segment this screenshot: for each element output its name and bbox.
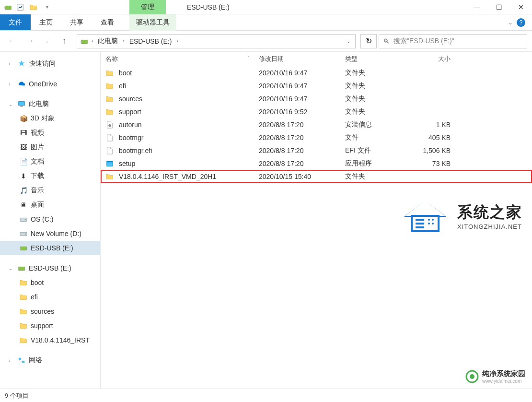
- search-icon: 🔍︎: [383, 37, 390, 45]
- file-date: 2020/8/8 17:20: [259, 121, 345, 129]
- file-date: 2020/10/16 9:47: [259, 82, 345, 90]
- file-name: bootmgr: [119, 134, 143, 142]
- file-row[interactable]: autorun 2020/8/8 17:20 安装信息 1 KB: [101, 118, 532, 131]
- file-type: 文件夹: [345, 69, 417, 77]
- tree-label: ESD-USB (E:): [29, 264, 71, 272]
- tree-this-pc[interactable]: ⌄此电脑: [0, 97, 100, 111]
- watermark-xitongzhijia: 系统之家 XITONGZHIJIA.NET: [399, 197, 522, 235]
- folder-icon: [105, 95, 114, 103]
- file-name: sources: [119, 95, 142, 103]
- file-name: V18.0.4.1146_IRST_VMD_20H1: [119, 173, 216, 180]
- folder-icon: [105, 69, 114, 77]
- ribbon-tab-file[interactable]: 文件: [0, 14, 31, 30]
- chevron-right-icon[interactable]: ›: [91, 38, 94, 44]
- tree-music[interactable]: 🎵音乐: [0, 183, 100, 198]
- file-row[interactable]: V18.0.4.1146_IRST_VMD_20H1 2020/10/15 15…: [101, 170, 532, 183]
- refresh-button[interactable]: ↻: [360, 34, 377, 48]
- tree-label: support: [31, 322, 53, 330]
- nav-forward-button[interactable]: →: [22, 35, 37, 48]
- tree-folder-sources[interactable]: sources: [0, 304, 100, 319]
- tree-folder-irst[interactable]: V18.0.4.1146_IRST: [0, 333, 100, 347]
- watermark-url: www.yidaimei.com: [482, 378, 525, 384]
- tree-folder-support[interactable]: support: [0, 319, 100, 333]
- address-bar[interactable]: › 此电脑 › ESD-USB (E:) › ⌄: [77, 34, 356, 48]
- navigation-tree[interactable]: ›快速访问 ›OneDrive ⌄此电脑 📦3D 对象 🎞视频 🖼图片 📄文档 …: [0, 52, 101, 389]
- file-date: 2020/10/16 9:47: [259, 69, 345, 77]
- ribbon-tab-home[interactable]: 主页: [31, 14, 61, 30]
- column-header-name[interactable]: 名称ˆ: [101, 55, 259, 63]
- contextual-tab-manage[interactable]: 管理: [129, 0, 166, 14]
- tree-desktop[interactable]: 🖥桌面: [0, 198, 100, 212]
- file-row[interactable]: sources 2020/10/16 9:47 文件夹: [101, 92, 532, 105]
- chevron-right-icon[interactable]: ›: [122, 38, 125, 44]
- file-type: EFI 文件: [345, 146, 417, 155]
- tree-drive-e-root[interactable]: ⌄ESD-USB (E:): [0, 261, 100, 275]
- nav-back-button[interactable]: ←: [5, 35, 20, 48]
- file-size: 1 KB: [417, 121, 460, 129]
- ribbon-expand-icon[interactable]: ⌄: [508, 19, 513, 26]
- document-icon: 📄: [19, 157, 28, 166]
- chevron-right-icon[interactable]: ›: [175, 38, 179, 44]
- file-row[interactable]: bootmgr 2020/8/8 17:20 文件 405 KB: [101, 131, 532, 144]
- tree-network[interactable]: ›网络: [0, 353, 100, 367]
- tree-videos[interactable]: 🎞视频: [0, 126, 100, 140]
- column-header-date[interactable]: 修改日期: [259, 55, 345, 63]
- file-row[interactable]: support 2020/10/16 9:52 文件夹: [101, 105, 532, 118]
- status-bar: 9 个项目: [0, 389, 532, 402]
- column-header-type[interactable]: 类型: [345, 55, 417, 63]
- tree-drive-e[interactable]: ESD-USB (E:): [0, 241, 100, 255]
- column-header-size[interactable]: 大小: [417, 55, 460, 63]
- ribbon-tab-view[interactable]: 查看: [92, 14, 123, 30]
- titlebar: ▾ 管理 ESD-USB (E:) — ☐ ✕: [0, 0, 532, 14]
- tree-documents[interactable]: 📄文档: [0, 154, 100, 169]
- tree-pictures[interactable]: 🖼图片: [0, 140, 100, 154]
- navigation-bar: ← → ⌄ ↑ › 此电脑 › ESD-USB (E:) › ⌄ ↻ 🔍︎ 搜索…: [0, 31, 532, 52]
- file-size: 1,506 KB: [417, 147, 460, 154]
- svg-rect-14: [416, 219, 424, 221]
- music-icon: 🎵: [19, 186, 28, 195]
- file-row[interactable]: efi 2020/10/16 9:47 文件夹: [101, 79, 532, 92]
- tree-label: 网络: [29, 356, 42, 365]
- minimize-button[interactable]: —: [466, 0, 488, 14]
- tree-3d-objects[interactable]: 📦3D 对象: [0, 111, 100, 126]
- tree-label: boot: [31, 279, 44, 286]
- ribbon-tab-share[interactable]: 共享: [61, 14, 92, 30]
- maximize-button[interactable]: ☐: [488, 0, 510, 14]
- qat-properties-icon[interactable]: [14, 1, 26, 13]
- file-row[interactable]: bootmgr.efi 2020/8/8 17:20 EFI 文件 1,506 …: [101, 144, 532, 157]
- file-name: efi: [119, 82, 126, 90]
- nav-recent-dropdown[interactable]: ⌄: [39, 35, 55, 48]
- tree-folder-efi[interactable]: efi: [0, 290, 100, 304]
- svg-rect-16: [416, 226, 424, 228]
- ribbon-tab-drive-tools[interactable]: 驱动器工具: [129, 14, 176, 31]
- file-size: 73 KB: [417, 160, 460, 167]
- tree-label: OneDrive: [29, 80, 57, 88]
- close-button[interactable]: ✕: [510, 0, 532, 14]
- tree-drive-d[interactable]: New Volume (D:): [0, 226, 100, 241]
- tree-drive-c[interactable]: OS (C:): [0, 212, 100, 226]
- address-dropdown-icon[interactable]: ⌄: [347, 38, 350, 44]
- house-logo-icon: [399, 197, 451, 235]
- tree-label: 下载: [31, 172, 44, 180]
- file-row[interactable]: setup 2020/8/8 17:20 应用程序 73 KB: [101, 157, 532, 170]
- file-name: setup: [119, 160, 135, 167]
- tree-onedrive[interactable]: ›OneDrive: [0, 77, 100, 91]
- help-icon[interactable]: ?: [517, 18, 525, 27]
- file-row[interactable]: boot 2020/10/16 9:47 文件夹: [101, 66, 532, 79]
- tree-folder-boot[interactable]: boot: [0, 275, 100, 290]
- breadcrumb-segment[interactable]: 此电脑: [96, 37, 120, 46]
- qat-newfolder-icon[interactable]: [28, 1, 39, 13]
- svg-point-18: [432, 219, 434, 221]
- file-date: 2020/10/16 9:47: [259, 95, 345, 103]
- tree-downloads[interactable]: ⬇下载: [0, 169, 100, 183]
- svg-point-22: [470, 374, 474, 379]
- search-input[interactable]: 🔍︎ 搜索"ESD-USB (E:)": [379, 34, 527, 48]
- film-icon: 🎞: [19, 129, 28, 137]
- nav-up-button[interactable]: ↑: [57, 35, 72, 48]
- tree-quick-access[interactable]: ›快速访问: [0, 57, 100, 71]
- tree-label: 视频: [31, 129, 44, 137]
- breadcrumb-segment[interactable]: ESD-USB (E:): [127, 37, 174, 45]
- download-icon: ⬇: [19, 172, 28, 180]
- qat-dropdown-icon[interactable]: ▾: [41, 1, 53, 13]
- tree-label: 图片: [31, 143, 44, 152]
